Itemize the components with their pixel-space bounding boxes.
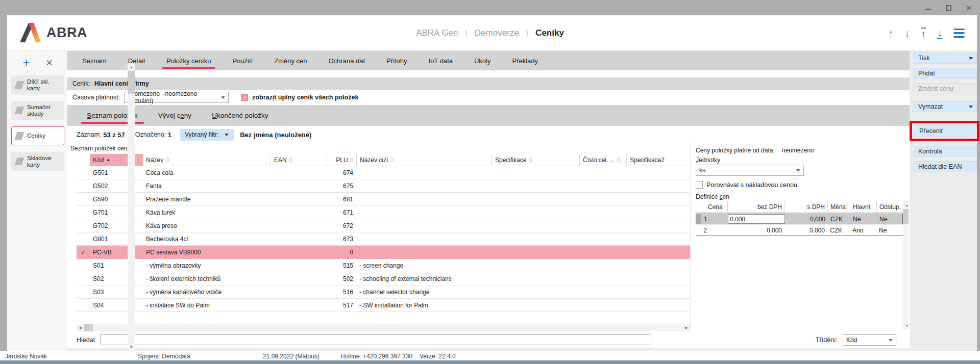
price-vertical-scrollbar[interactable]: ▲ ▼ [903,201,909,329]
table-row-s01[interactable]: S01- výměna obrazovky515- screen change [77,259,690,272]
tab-polo-ky-cen-ku[interactable]: Položky ceníku [156,51,222,70]
sort-select[interactable]: Kód [843,334,896,346]
column-header-ean[interactable]: EAN□ [271,154,327,166]
table-row-s04[interactable]: S04- instalace SW do Palm517- SW install… [77,299,690,312]
tab-detail[interactable]: Detail [117,51,156,70]
column-header-n-zev-ciz[interactable]: Název cizí□ [356,154,492,166]
filter-name: Bez jména (neuložené) [240,131,311,139]
close-agenda-icon[interactable]: ✕ [38,58,61,68]
sort-asc-icon: ▲ [106,158,110,162]
units-select[interactable]: ks [696,165,804,176]
tab-koly[interactable]: Úkoly [463,51,502,70]
pricelist-label: Ceník: [72,80,90,87]
vertical-scrollbar[interactable]: ▲ ▼ [128,143,135,331]
subtab-ukon-en-polo-ky[interactable]: Ukončené položky [202,105,278,126]
p-idat-button[interactable]: Přidat [913,68,977,79]
scroll-left-icon[interactable]: ◀ [77,324,84,331]
scroll-up-icon[interactable]: ▲ [903,201,909,209]
table-row-g502[interactable]: G502Fanta675 [77,179,690,193]
sidebar-item-skladov-karty[interactable]: Skladovékarty [11,152,64,171]
price-definition-label: Definice cen [696,193,909,200]
table-row-s02[interactable]: S02- školení externích techniků502- scho… [77,272,690,285]
table-row-pc-vb[interactable]: ✓PC-VBPC sestava VB90000 [77,246,690,259]
scroll-right-icon[interactable]: ▶ [683,324,690,331]
tab-pou-it[interactable]: Použití [222,51,263,70]
window-title: ABRA Gen | Demoverze | Ceníky [0,15,980,51]
tab-seznam[interactable]: Seznam [71,51,117,70]
table-row-g701[interactable]: G701Káva turek671 [77,206,690,219]
tisk-button[interactable]: Tisk [913,53,977,64]
column-header-specifikace[interactable]: Specifikace□ [492,154,579,166]
column-filter-icon[interactable]: □ [289,158,292,163]
price-column-hlavn[interactable]: Hlavní [850,201,876,212]
column-filter-icon[interactable]: □ [166,158,168,163]
marked-count-label: Označeno: [135,131,166,138]
selected-filter-button[interactable]: Vybraný filtr: [180,129,234,141]
scrollbar-thumb[interactable] [903,209,909,224]
hledat-dle-ean-button[interactable]: Hledat dle EAN [913,161,977,172]
tab-p-eklady[interactable]: Překlady [502,51,549,70]
menu-icon[interactable] [953,29,965,38]
sidebar-item-d-l-skl-karty[interactable]: Dílčí skl.karty [11,75,64,94]
table-row-g702[interactable]: G702Káva preso672 [77,219,690,232]
column-header-n-zev[interactable]: Název□ [143,154,271,166]
table-row-g590[interactable]: G590Pražené mandle681 [77,193,690,206]
kontrola-button[interactable]: Kontrola [913,146,977,157]
status-bar: Jaroslav Novák Spojení: Demodata 21.09.2… [0,351,980,360]
scroll-last-icon[interactable]: ↓ [937,28,942,39]
cell-price-net[interactable]: 0,000 [728,214,785,224]
maximize-icon[interactable] [944,4,952,12]
price-table-area: Cenabez DPHs DPHMěnaHlavníOdstup. 10,000… [696,201,909,329]
column-header-plu[interactable]: PLU□ [327,154,356,166]
price-column-cena[interactable]: Cena [701,203,727,211]
tab-p-lohy[interactable]: Přílohy [376,51,418,70]
price-row-2[interactable]: 20,0000,000CZKAnoNe [696,225,903,236]
price-column-bez-dph[interactable]: bez DPH [727,201,785,212]
column-filter-icon[interactable]: □ [390,158,393,163]
table-row-g501[interactable]: G501Coca cola674 [77,166,690,179]
subtab-v-voj-ceny[interactable]: Vývoj ceny [148,105,202,126]
price-column-m-na[interactable]: Měna [827,201,850,212]
scroll-first-icon[interactable]: ↑ [921,28,926,39]
validity-select[interactable]: neomezeno - neomezeno (aktuální) [124,92,229,103]
vymazat-button[interactable]: Vymazat [913,101,977,112]
price-column-s-dph[interactable]: s DPH [785,201,827,212]
scroll-down-icon[interactable]: ↓ [904,28,910,38]
scrollbar-thumb[interactable] [84,324,93,331]
add-agenda-icon[interactable]: + [15,57,38,69]
window-frame-right [977,15,980,351]
column-filter-icon[interactable]: □ [529,158,531,163]
scroll-up-icon[interactable]: ↑ [888,28,893,38]
sidebar-item-suma-n-sklady[interactable]: Sumačnísklady [11,101,64,120]
minimize-icon[interactable] [924,4,932,12]
column-filter-icon[interactable]: □ [618,158,620,163]
highlight-box: Přecenit [910,121,979,141]
column-header-slo-cel[interactable]: Číslo cel. ...□ [579,154,626,166]
cell-foreign-name: - screen change [356,262,492,269]
tab-ochrana-dat[interactable]: Ochrana dat [318,51,376,70]
price-column-odstup[interactable]: Odstup. [876,201,902,212]
cell-name: - školení externích techniků [143,275,271,282]
tab-iot-data[interactable]: IoT data [418,51,463,70]
p-ecenit-button[interactable]: Přecenit [914,125,975,137]
cell-currency: CZK [828,216,850,223]
close-icon[interactable]: ✕ [965,4,973,12]
records-info-row: Záznam: 53 z 57 Označeno: 1 Vybraný filt… [67,126,910,143]
compare-cost-checkbox[interactable] [696,181,703,189]
record-count-value: 53 z 57 [103,131,125,139]
search-input[interactable] [100,334,651,345]
price-table-header: Cenabez DPHs DPHMěnaHlavníOdstup. [696,201,903,213]
show-full-pricelist-checkbox[interactable] [241,94,248,101]
tab-zm-ny-cen[interactable]: Změny cen [263,51,317,70]
column-filter-icon[interactable]: □ [351,158,353,163]
column-header-specifikace2[interactable]: Specifikace2 [626,154,690,166]
cell-price-net[interactable]: 0,000 [727,227,785,234]
subtab-seznam-polo-ek[interactable]: Seznam položek [77,105,148,126]
scroll-down-icon[interactable]: ▼ [903,322,909,329]
price-row-1[interactable]: 10,0000,000CZKNeNe [696,214,903,224]
table-row-g801[interactable]: G801Becherovka 4cl673 [77,232,690,246]
row-marker [696,225,701,236]
sidebar-item-cen-ky[interactable]: Ceníky [11,126,64,145]
horizontal-scrollbar[interactable]: ◀ ▶ [77,324,690,331]
table-row-s03[interactable]: S03- výměna kanálového voliče516- channe… [77,285,690,299]
